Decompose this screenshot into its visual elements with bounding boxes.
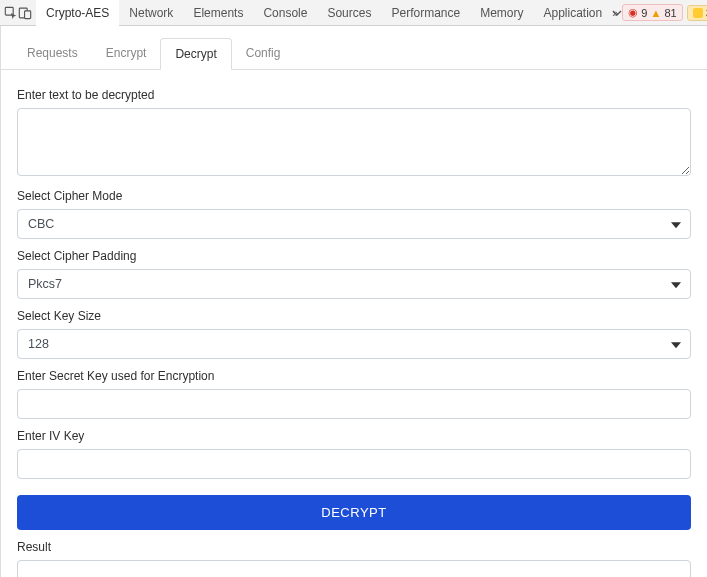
warning-icon: ▲ <box>650 7 661 19</box>
issues-badge[interactable]: 3 <box>687 5 707 21</box>
tab-requests[interactable]: Requests <box>13 38 92 69</box>
decrypt-button[interactable]: DECRYPT <box>17 495 691 530</box>
devtools-tab-application[interactable]: Application <box>534 0 613 26</box>
panel-main: Requests Encrypt Decrypt Config Enter te… <box>0 26 707 577</box>
cipher-mode-label: Select Cipher Mode <box>17 189 691 203</box>
devtools-tab-elements[interactable]: Elements <box>183 0 253 26</box>
inspect-icon[interactable] <box>4 2 18 24</box>
text-label: Enter text to be decrypted <box>17 88 691 102</box>
key-size-label: Select Key Size <box>17 309 691 323</box>
tab-config[interactable]: Config <box>232 38 295 69</box>
tab-decrypt[interactable]: Decrypt <box>160 38 231 70</box>
devtools-tab-performance[interactable]: Performance <box>381 0 470 26</box>
cipher-mode-select[interactable]: CBC <box>17 209 691 239</box>
result-label: Result <box>17 540 691 554</box>
devtools-toolbar: Crypto-AES Network Elements Console Sour… <box>0 0 707 26</box>
devtools-tab-crypto-aes[interactable]: Crypto-AES <box>36 0 119 26</box>
devtools-tab-network[interactable]: Network <box>119 0 183 26</box>
devtools-tabs: Crypto-AES Network Elements Console Sour… <box>36 0 612 26</box>
cipher-padding-select[interactable]: Pkcs7 <box>17 269 691 299</box>
cipher-padding-label: Select Cipher Padding <box>17 249 691 263</box>
iv-key-label: Enter IV Key <box>17 429 691 443</box>
issue-icon <box>693 8 703 18</box>
device-toggle-icon[interactable] <box>18 2 32 24</box>
panel-tabs: Requests Encrypt Decrypt Config <box>1 26 707 70</box>
error-warning-badge[interactable]: ◉9 ▲81 <box>622 4 682 21</box>
devtools-tab-console[interactable]: Console <box>253 0 317 26</box>
error-icon: ◉ <box>628 6 638 19</box>
secret-key-input[interactable] <box>17 389 691 419</box>
devtools-tab-memory[interactable]: Memory <box>470 0 533 26</box>
iv-key-input[interactable] <box>17 449 691 479</box>
secret-key-label: Enter Secret Key used for Encryption <box>17 369 691 383</box>
warning-count: 81 <box>664 7 676 19</box>
status-badges: ◉9 ▲81 3 <box>618 4 707 21</box>
error-count: 9 <box>641 7 647 19</box>
svg-rect-2 <box>25 10 31 18</box>
tab-encrypt[interactable]: Encrypt <box>92 38 161 69</box>
devtools-tab-sources[interactable]: Sources <box>317 0 381 26</box>
key-size-select[interactable]: 128 <box>17 329 691 359</box>
result-output[interactable] <box>17 560 691 577</box>
decrypt-form: Enter text to be decrypted Select Cipher… <box>1 70 707 577</box>
decrypt-text-input[interactable] <box>17 108 691 176</box>
